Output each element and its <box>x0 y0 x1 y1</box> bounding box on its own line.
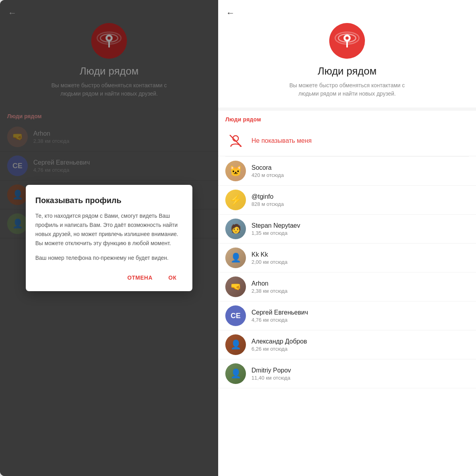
svg-point-9 <box>345 36 349 40</box>
avatar: 🧑 <box>225 219 246 239</box>
not-show-icon <box>225 131 246 151</box>
person-info: Arhon 2,38 км отсюда <box>251 280 288 294</box>
right-page-subtitle: Вы можете быстро обменяться контактами с… <box>284 81 411 98</box>
person-info: Сергей Евгеньевич 4,76 км отсюда <box>251 309 308 323</box>
person-info: Александр Добров 6,26 км отсюда <box>251 338 307 352</box>
person-info: Kk Kk 2,00 км отсюда <box>251 251 288 265</box>
list-item[interactable]: CE Сергей Евгеньевич 4,76 км отсюда <box>218 301 476 330</box>
not-show-item[interactable]: Не показывать меня <box>218 126 476 156</box>
person-info: Dmitriy Popov 11,40 км отсюда <box>251 367 291 381</box>
dialog-body: Те, кто находится рядом с Вами, смогут в… <box>35 211 183 263</box>
person-info: Socora 420 м отсюда <box>251 164 284 178</box>
left-app-screen: ← Люди рядом Вы можете быстро обменяться… <box>0 0 218 476</box>
avatar: 👤 <box>225 248 246 268</box>
right-page-title: Люди рядом <box>318 65 377 77</box>
dialog-overlay: Показывать профиль Те, кто находится ряд… <box>0 0 218 476</box>
dialog-ok-button[interactable]: ОК <box>162 271 183 285</box>
dialog-title: Показывать профиль <box>35 196 183 205</box>
person-info: @tginfo 828 м отсюда <box>251 193 284 207</box>
right-nearby-section: Люди рядом Не показывать меня 🐱 Socora 4… <box>218 111 476 476</box>
right-location-icon <box>329 23 365 59</box>
right-panel: ← Люди рядом Вы можете быстро обменяться… <box>218 0 476 476</box>
list-item[interactable]: 🧑 Stepan Nepytaev 1,35 км отсюда <box>218 215 476 244</box>
avatar: ⚡ <box>225 190 246 210</box>
avatar: 🤜 <box>225 276 246 297</box>
list-item[interactable]: ⚡ @tginfo 828 м отсюда <box>218 186 476 215</box>
avatar: CE <box>225 305 246 326</box>
avatar: 🐱 <box>225 161 246 181</box>
right-section-label: Люди рядом <box>218 111 476 126</box>
hide-person-icon <box>228 134 243 148</box>
person-info: Stepan Nepytaev 1,35 км отсюда <box>251 222 300 236</box>
dialog-cancel-button[interactable]: ОТМЕНА <box>121 271 159 285</box>
show-profile-dialog: Показывать профиль Те, кто находится ряд… <box>26 185 192 291</box>
dialog-actions: ОТМЕНА ОК <box>35 271 183 285</box>
right-back-button[interactable]: ← <box>226 8 235 18</box>
left-panel: ← Люди рядом Вы можете быстро обменяться… <box>0 0 218 476</box>
list-item[interactable]: 🤜 Arhon 2,38 км отсюда <box>218 273 476 301</box>
right-header-section: ← Люди рядом Вы можете быстро обменяться… <box>218 0 476 107</box>
list-item[interactable]: 👤 Dmitriy Popov 11,40 км отсюда <box>218 359 476 388</box>
list-item[interactable]: 👤 Александр Добров 6,26 км отсюда <box>218 330 476 359</box>
avatar: 👤 <box>225 363 246 384</box>
list-item[interactable]: 👤 Kk Kk 2,00 км отсюда <box>218 244 476 273</box>
not-show-text: Не показывать меня <box>251 137 312 144</box>
avatar: 👤 <box>225 334 246 355</box>
list-item[interactable]: 🐱 Socora 420 м отсюда <box>218 157 476 186</box>
